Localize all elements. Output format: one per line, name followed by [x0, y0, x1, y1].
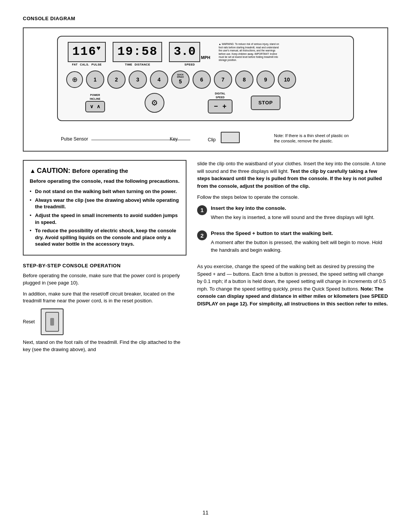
reset-block: Reset: [23, 308, 186, 335]
num-button-4[interactable]: 4: [150, 70, 168, 89]
section-title: CONSOLE DIAGRAM: [23, 15, 75, 22]
step-para-3: Next, stand on the foot rails of the tre…: [23, 339, 186, 353]
control-row: POWERINCLINE ∨ ∧ ⚙: [85, 92, 346, 113]
display-labels-1: FAT CALS. PULSE: [72, 63, 102, 67]
key-line: [167, 140, 190, 140]
step-2-content: Press the Speed + button to start the wa…: [211, 230, 388, 257]
page-header: CONSOLE DIAGRAM: [23, 15, 388, 22]
num-button-8[interactable]: 8: [235, 70, 253, 89]
num-button-5[interactable]: QUICKSPEED 5: [171, 70, 190, 89]
digital-speed-group: DIGITALSPEED − +: [208, 92, 233, 113]
key-hole-button[interactable]: ⚙: [145, 93, 164, 113]
digital-speed-label: DIGITALSPEED: [215, 92, 225, 99]
caution-word: CAUTION:: [37, 167, 72, 174]
display-labels-2: TIME DISTANCE: [125, 63, 150, 67]
digital-speed-buttons[interactable]: − +: [208, 99, 233, 113]
step-1-heading: Insert the key into the console.: [211, 205, 388, 212]
caution-subtitle: Before operating the console, read the f…: [30, 178, 180, 185]
mph-label: MPH: [201, 55, 210, 61]
note-text: Note: If there is a thin sheet of plasti…: [274, 133, 354, 144]
incline-arrows-button[interactable]: ∨ ∧: [85, 101, 105, 112]
quick-speed-label: QUICKSPEED: [177, 74, 184, 78]
speed-screen: 3.0: [169, 42, 200, 62]
num-button-9[interactable]: 9: [256, 70, 275, 89]
speed-plus-icon: +: [223, 102, 227, 111]
stop-button[interactable]: STOP: [251, 96, 280, 110]
num-button-10[interactable]: 10: [278, 70, 296, 89]
clip-label: Clip: [208, 137, 216, 143]
speed-value: 3.0: [174, 45, 196, 59]
step-section-title: STEP-BY-STEP CONSOLE OPERATION: [23, 262, 186, 269]
step-2-heading: Press the Speed + button to start the wa…: [211, 230, 388, 237]
right-para-2: Follow the steps below to operate the co…: [197, 193, 388, 201]
caution-before-text: Before operating the: [72, 168, 128, 174]
step-2-number: 2: [201, 232, 204, 240]
console-image-area: 116♥ FAT CALS. PULSE 19:58: [33, 36, 378, 144]
display-value-1: 116: [72, 45, 97, 59]
step-1-circle: 1: [197, 205, 207, 215]
step-para-2: In addition, make sure that the reset/of…: [23, 291, 186, 305]
display-block-1: 116♥ FAT CALS. PULSE: [68, 42, 106, 67]
caution-item-1: Do not stand on the walking belt when tu…: [30, 188, 180, 195]
step-2-body: A moment after the button is pressed, th…: [211, 239, 388, 254]
step-2-circle: 2: [197, 230, 207, 240]
incline-down-icon: ∨: [90, 103, 94, 110]
num-button-2[interactable]: 2: [107, 70, 126, 89]
right-para-1: slide the clip onto the waistband of you…: [197, 160, 388, 190]
stop-label: STOP: [258, 100, 273, 105]
incline-up-icon: ∧: [97, 103, 100, 110]
speed-minus-icon: −: [214, 102, 218, 111]
num-button-3[interactable]: 3: [129, 70, 147, 89]
caution-triangle-icon: ▲: [30, 168, 36, 174]
pulse-line: [91, 140, 167, 140]
heart-icon: ♥: [97, 45, 102, 53]
reset-label: Reset: [23, 319, 35, 325]
num-button-7[interactable]: 7: [214, 70, 232, 89]
step-1-body: When the key is inserted, a tone will so…: [211, 214, 388, 221]
sensor-icon: ⊕: [72, 75, 78, 85]
power-incline-label: POWERINCLINE: [90, 93, 100, 101]
caution-item-3: Adjust the speed in small increments to …: [30, 212, 180, 225]
caution-title: ▲CAUTION: Before operating the: [30, 166, 180, 176]
reset-image: [41, 308, 64, 335]
sensor-button[interactable]: ⊕: [66, 71, 83, 88]
caution-item-4: To reduce the possibility of electric sh…: [30, 227, 180, 248]
caution-box: ▲CAUTION: Before operating the Before op…: [23, 160, 186, 255]
pulse-sensor-label: Pulse Sensor: [61, 136, 88, 142]
display-value-2: 19:58: [117, 45, 158, 59]
step-1-number: 1: [201, 206, 204, 214]
display-screen-1: 116♥: [68, 42, 106, 62]
console-panel: 116♥ FAT CALS. PULSE 19:58: [57, 36, 354, 121]
key-label: Key: [170, 136, 178, 142]
display-screen-2: 19:58: [113, 42, 162, 62]
speed-value-row: 3.0 MPH: [169, 42, 210, 62]
buttons-row: ⊕ 1 2 3 4 QUICKSPEED 5 6 7 8 9: [66, 70, 346, 89]
step-para-1: Before operating the console, make sure …: [23, 272, 186, 287]
display-block-3: 3.0 MPH SPEED: [169, 42, 210, 67]
right-para-3: As you exercise, change the speed of the…: [197, 263, 388, 307]
display-row: 116♥ FAT CALS. PULSE 19:58: [65, 42, 346, 67]
warning-text: ▲ WARNING: To reduce risk of serious inj…: [219, 43, 279, 61]
page-number: 11: [23, 509, 388, 517]
key-icon: ⚙: [151, 97, 158, 108]
step-1-block: 1 Insert the key into the console. When …: [197, 205, 388, 225]
step-2-block: 2 Press the Speed + button to start the …: [197, 230, 388, 257]
num-button-1[interactable]: 1: [86, 70, 104, 89]
caution-list: Do not stand on the walking belt when tu…: [30, 188, 180, 247]
diagram-labels: Pulse Sensor Key Clip Note: If there is …: [57, 124, 354, 144]
warning-text-box: ▲ WARNING: To reduce risk of serious inj…: [219, 43, 280, 62]
num-button-6[interactable]: 6: [193, 70, 211, 89]
caution-item-2: Always wear the clip (see the drawing ab…: [30, 197, 180, 210]
main-content: ▲CAUTION: Before operating the Before op…: [23, 160, 388, 502]
console-diagram-box: 116♥ FAT CALS. PULSE 19:58: [23, 27, 388, 152]
step-1-content: Insert the key into the console. When th…: [211, 205, 388, 225]
incline-button-group: POWERINCLINE ∨ ∧: [85, 93, 105, 112]
right-column: slide the clip onto the waistband of you…: [197, 160, 388, 502]
display-block-2: 19:58 TIME DISTANCE: [113, 42, 162, 67]
left-column: ▲CAUTION: Before operating the Before op…: [23, 160, 186, 502]
clip-image: [221, 132, 240, 143]
speed-label-row: SPEED: [185, 63, 195, 67]
